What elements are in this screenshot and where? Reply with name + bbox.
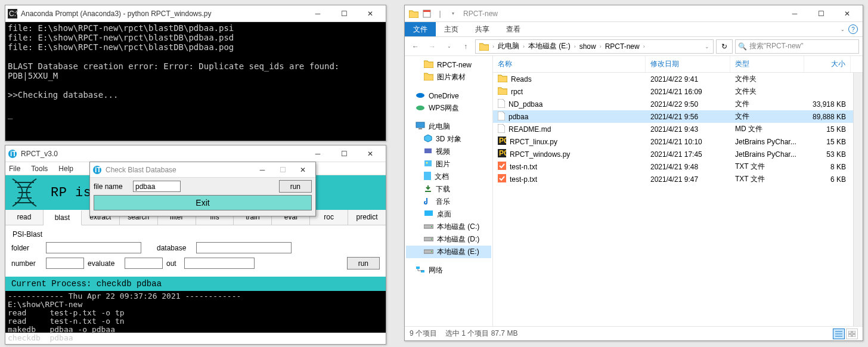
col-name[interactable]: 名称 bbox=[493, 56, 646, 72]
file-row[interactable]: PCRPCT_linux.py2021/4/21 10:10JetBrains … bbox=[493, 135, 863, 148]
ribbon-tab-file[interactable]: 文件 bbox=[405, 22, 436, 36]
drive-icon bbox=[424, 223, 433, 231]
file-row[interactable]: test-p.txt2021/4/21 9:47TXT 文件6 KB bbox=[493, 173, 863, 185]
address-dropdown-icon[interactable]: ⌄ bbox=[702, 40, 712, 53]
scrollbar[interactable] bbox=[853, 73, 863, 326]
file-row[interactable]: test-n.txt2021/4/21 9:48TXT 文件8 KB bbox=[493, 160, 863, 173]
file-type: JetBrains PyChar... bbox=[730, 138, 804, 146]
minimize-button[interactable]: ─ bbox=[305, 145, 331, 162]
chevron-right-icon[interactable]: › bbox=[523, 44, 525, 49]
file-row[interactable]: Reads2021/4/22 9:41文件夹 bbox=[493, 73, 863, 85]
svg-point-13 bbox=[416, 93, 424, 98]
svg-point-28 bbox=[431, 251, 432, 252]
tab-blast[interactable]: blast bbox=[44, 210, 82, 225]
close-button[interactable]: ✕ bbox=[834, 5, 860, 22]
titlebar[interactable]: iT Check Blast Database ─ ☐ ✕ bbox=[90, 162, 315, 178]
properties-icon[interactable] bbox=[421, 8, 432, 19]
nav-item[interactable]: 图片 bbox=[406, 158, 491, 171]
help-icon[interactable]: ? bbox=[848, 24, 858, 34]
refresh-button[interactable]: ↻ bbox=[716, 39, 733, 54]
back-button[interactable]: ← bbox=[408, 39, 423, 54]
file-list[interactable]: Reads2021/4/22 9:41文件夹rpct2021/4/21 16:0… bbox=[493, 73, 863, 326]
file-row[interactable]: rpct2021/4/21 16:09文件夹 bbox=[493, 85, 863, 98]
file-row[interactable]: README.md2021/4/21 9:43MD 文件15 KB bbox=[493, 123, 863, 135]
search-box[interactable]: 🔍 搜索"RPCT-new" bbox=[735, 39, 859, 54]
filename-input[interactable] bbox=[133, 181, 181, 192]
ribbon-tab-share[interactable]: 共享 bbox=[467, 22, 498, 36]
nav-item[interactable]: RPCT-new bbox=[406, 58, 491, 71]
minimize-button[interactable]: ─ bbox=[305, 5, 331, 22]
folder-input[interactable] bbox=[46, 242, 141, 253]
history-dropdown[interactable]: ⌄ bbox=[442, 39, 456, 54]
file-type: 文件 bbox=[730, 111, 804, 122]
file-row[interactable]: pdbaa2021/4/21 9:56文件89,888 KB bbox=[493, 110, 863, 123]
chevron-right-icon[interactable]: › bbox=[600, 44, 602, 49]
nav-item[interactable]: 视频 bbox=[406, 145, 491, 158]
nav-item[interactable]: 桌面 bbox=[406, 208, 491, 221]
rpct-console[interactable]: ------------ Thu Apr 22 09:37:26 2021 --… bbox=[5, 291, 386, 333]
col-date[interactable]: 修改日期 bbox=[646, 56, 730, 72]
close-button[interactable]: ✕ bbox=[293, 162, 313, 178]
col-size[interactable]: 大小 bbox=[804, 56, 851, 72]
nav-item[interactable]: OneDrive bbox=[406, 89, 491, 102]
maximize-button[interactable]: ☐ bbox=[808, 5, 834, 22]
nav-item[interactable]: 文档 bbox=[406, 171, 491, 183]
ribbon-expand-icon[interactable]: ⌄ bbox=[841, 27, 845, 32]
nav-item[interactable]: 本地磁盘 (C:) bbox=[406, 221, 491, 233]
breadcrumb[interactable]: › 此电脑› 本地磁盘 (E:)› show› RPCT-new› ⌄ bbox=[475, 39, 714, 54]
ribbon-tab-view[interactable]: 查看 bbox=[498, 22, 529, 36]
nav-item[interactable]: WPS网盘 bbox=[406, 102, 491, 114]
crumb-seg[interactable]: RPCT-new bbox=[603, 40, 642, 53]
crumb-seg[interactable]: 本地磁盘 (E:) bbox=[526, 40, 573, 53]
nav-item[interactable]: 3D 对象 bbox=[406, 133, 491, 145]
crumb-seg[interactable]: show bbox=[577, 40, 599, 53]
run-button[interactable]: run bbox=[279, 180, 312, 193]
maximize-button[interactable]: ☐ bbox=[331, 145, 357, 162]
menu-tools[interactable]: Tools bbox=[31, 165, 48, 173]
chevron-right-icon[interactable]: › bbox=[643, 44, 645, 49]
col-type[interactable]: 类型 bbox=[730, 56, 804, 72]
nav-label: 网络 bbox=[429, 265, 443, 275]
svg-point-19 bbox=[426, 162, 428, 164]
close-button[interactable]: ✕ bbox=[357, 5, 383, 22]
menu-help[interactable]: Help bbox=[58, 165, 73, 173]
titlebar[interactable]: | ▾ RPCT-new ─ ☐ ✕ bbox=[405, 5, 863, 22]
close-button[interactable]: ✕ bbox=[357, 145, 383, 162]
out-input[interactable] bbox=[184, 258, 255, 269]
nav-item[interactable]: 音乐 bbox=[406, 196, 491, 208]
file-type: JetBrains PyChar... bbox=[730, 150, 804, 159]
tab-predict[interactable]: predict bbox=[348, 210, 386, 225]
exit-button[interactable]: Exit bbox=[94, 195, 312, 210]
nav-item[interactable]: 下载 bbox=[406, 183, 491, 196]
terminal-output[interactable]: file: E:\show\RPCT-new\rpct\blastDB\pdba… bbox=[5, 22, 386, 141]
run-button[interactable]: run bbox=[347, 257, 380, 269]
nav-item[interactable]: 网络 bbox=[406, 264, 491, 277]
chevron-right-icon[interactable]: › bbox=[574, 44, 576, 49]
minimize-button[interactable]: ─ bbox=[252, 162, 272, 178]
icons-view-button[interactable] bbox=[846, 329, 858, 339]
ribbon-tab-home[interactable]: 主页 bbox=[436, 22, 467, 36]
maximize-button[interactable]: ☐ bbox=[331, 5, 357, 22]
database-input[interactable] bbox=[196, 242, 292, 253]
nav-pane[interactable]: RPCT-new图片素材OneDriveWPS网盘此电脑3D 对象视频图片文档下… bbox=[405, 56, 493, 326]
qat-dropdown-icon[interactable]: ▾ bbox=[448, 8, 458, 19]
menu-file[interactable]: File bbox=[9, 165, 20, 173]
nav-item[interactable]: 本地磁盘 (D:) bbox=[406, 233, 491, 246]
cmd-icon: C:\ bbox=[8, 9, 17, 18]
tab-read[interactable]: read bbox=[5, 210, 44, 225]
titlebar[interactable]: iT RPCT_v3.0 ─ ☐ ✕ bbox=[5, 145, 386, 162]
minimize-button[interactable]: ─ bbox=[782, 5, 808, 22]
nav-item[interactable]: 此电脑 bbox=[406, 120, 491, 133]
nav-item[interactable]: 图片素材 bbox=[406, 71, 491, 83]
details-view-button[interactable] bbox=[833, 329, 845, 339]
up-button[interactable]: ↑ bbox=[458, 39, 473, 54]
titlebar[interactable]: C:\ Anaconda Prompt (Anaconda3) - python… bbox=[5, 5, 386, 22]
file-row[interactable]: ND_pdbaa2021/4/22 9:50文件33,918 KB bbox=[493, 98, 863, 110]
number-input[interactable] bbox=[46, 258, 84, 269]
crumb-seg[interactable]: 此电脑 bbox=[495, 40, 522, 53]
chevron-right-icon[interactable]: › bbox=[492, 44, 494, 49]
nav-label: 桌面 bbox=[437, 209, 451, 219]
file-row[interactable]: PCRPCT_windows.py2021/4/21 17:45JetBrain… bbox=[493, 148, 863, 160]
evaluate-input[interactable] bbox=[125, 258, 163, 269]
nav-item[interactable]: 本地磁盘 (E:) bbox=[406, 246, 491, 258]
